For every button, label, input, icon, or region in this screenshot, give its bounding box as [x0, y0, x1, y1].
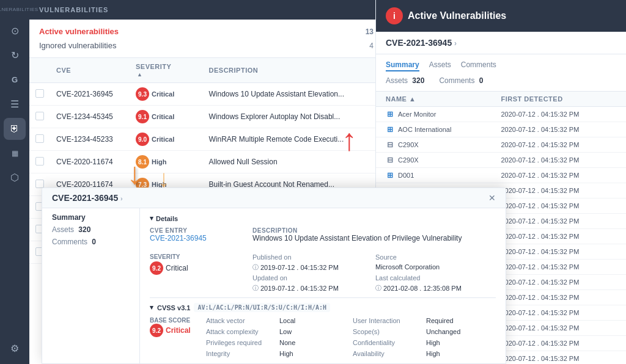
row-checkbox[interactable]	[29, 83, 50, 106]
cvss-field-value: High	[426, 350, 496, 357]
tab-summary[interactable]: Summary	[386, 60, 419, 71]
severity-section: SEVERITY 9.2 Critical	[150, 253, 248, 293]
asset-detected: 2020-07-12 . 04:15:32 PM	[501, 111, 617, 118]
cvss-section: ▾ CVSS v3.1 AV:L/AC:L/PR:N/UI:R/S:U/C:H/…	[150, 297, 496, 357]
vuln-panel-header: VULNERABILITIES	[29, 0, 383, 20]
asset-detected: 2020-07-12 . 04:15:32 PM	[501, 340, 617, 347]
updated-label: Updated on	[252, 274, 373, 282]
source-label: Source	[375, 253, 496, 261]
asset-name: ⊟ C290X	[386, 156, 501, 164]
table-row[interactable]: CVE-2021-36945 9.3 Critical Windows 10 U…	[29, 83, 383, 106]
table-row[interactable]: CVE-1234-45345 9.1 Critical Windows Expl…	[29, 106, 383, 128]
asset-detected: 2020-07-12 . 04:15:32 PM	[501, 187, 617, 194]
nav-active-vulns[interactable]: Active vulnerabilities 13	[39, 24, 374, 38]
col-header-sev2	[185, 58, 203, 83]
sidebar-item-graph[interactable]: G	[4, 69, 26, 91]
nav-ignored-vulns[interactable]: Ignored vulnerabilities 4	[39, 38, 374, 53]
row-cve: CVE-2020-11674	[50, 151, 130, 173]
list-item[interactable]: ⊞ D001 2020-07-12 . 04:15:32 PM	[376, 168, 626, 183]
col-header-check	[29, 58, 50, 83]
row-sev-extra	[185, 83, 203, 106]
vuln-nav: Active vulnerabilities 13 Ignored vulner…	[29, 20, 383, 58]
list-item[interactable]: ⊞ Acer Monitor 2020-07-12 . 04:15:32 PM	[376, 107, 626, 122]
list-item[interactable]: ⊟ C290X 2020-07-12 . 04:15:32 PM	[376, 153, 626, 168]
published-value: ⓘ 2019-07-12 . 04:15:32 PM	[252, 263, 373, 272]
detail-body: Summary Assets 320 Comments 0 ▾ Details	[42, 208, 506, 363]
row-sev-extra	[185, 128, 203, 151]
sidebar-item-refresh[interactable]: ↻	[4, 45, 26, 67]
col-header-cve: CVE	[50, 58, 130, 83]
tab-comments[interactable]: Comments	[461, 60, 496, 71]
list-item[interactable]: ⊞ AOC International 2020-07-12 . 04:15:3…	[376, 122, 626, 137]
detail-panel-header: CVE-2021-36945 › ✕	[42, 188, 506, 208]
summary-stats: Assets 320 Comments 0	[386, 76, 616, 85]
cvss-field-label: Confidentiality	[353, 339, 422, 346]
sidebar-item-box[interactable]: ⬡	[4, 167, 26, 189]
table-row[interactable]: CVE-1234-45233 9.0 Critical WinRAR Multi…	[29, 128, 383, 151]
asset-detected: 2020-07-12 . 04:15:32 PM	[501, 172, 617, 179]
detail-summary-label: Summary	[52, 213, 130, 222]
arrow-down-light: ↓	[158, 165, 170, 192]
right-panel-cve-title: CVE-2021-36945 ›	[376, 32, 626, 54]
cvss-header: ▾ CVSS v3.1 AV:L/AC:L/PR:N/UI:R/S:U/C:H/…	[150, 303, 496, 312]
cvss-field-label: Scope(s)	[353, 328, 422, 335]
summary-tabs: Summary Assets Comments	[386, 60, 616, 71]
last-calc-value: ⓘ 2021-02-08 . 12:35:08 PM	[375, 284, 496, 293]
stat-comments: Comments 0	[439, 76, 483, 85]
severity-badge: 9.2	[150, 261, 163, 275]
cvss-field-label: Attack complexity	[206, 328, 276, 335]
col-header-severity[interactable]: SEVERITY ▲	[130, 58, 185, 83]
base-score-section: BASE SCORE 9.2 Critical Attack vectorLoc…	[150, 317, 496, 357]
row-cve: CVE-1234-45233	[50, 128, 130, 151]
row-severity: 9.0 Critical	[130, 128, 185, 151]
detail-panel-cve-title: CVE-2021-36945 ›	[52, 193, 123, 203]
right-panel-header: i Active Vulnerabilities	[376, 0, 626, 32]
detail-close-button[interactable]: ✕	[488, 193, 496, 203]
asset-detected: 2020-07-12 . 04:15:32 PM	[501, 278, 617, 286]
sidebar-item-settings[interactable]: ⚙	[4, 337, 26, 359]
cvss-field-value: Unchanged	[426, 328, 496, 335]
asset-detected: 2020-07-12 . 04:15:32 PM	[501, 202, 617, 209]
row-checkbox[interactable]	[29, 151, 50, 173]
assets-table-header: NAME ▲ FIRST DETECTED	[376, 92, 626, 107]
asset-detected: 2020-07-12 . 04:15:32 PM	[501, 294, 617, 301]
sidebar-item-chart[interactable]: ▦	[4, 142, 26, 164]
row-cve: CVE-2021-36945	[50, 83, 130, 106]
row-checkbox[interactable]	[29, 106, 50, 128]
asset-detected: 2020-07-12 . 04:15:32 PM	[501, 217, 617, 225]
cvss-field-value: Local	[279, 317, 349, 324]
published-label: Published on	[252, 253, 373, 261]
cvss-field-label: Privileges required	[206, 339, 276, 346]
tab-assets[interactable]: Assets	[429, 60, 451, 71]
asset-detected: 2020-07-12 . 04:15:32 PM	[501, 233, 617, 240]
detail-comments-stat: Comments 0	[52, 238, 130, 246]
cvss-field-value: Required	[426, 317, 496, 324]
right-panel-chevron: ›	[454, 39, 457, 48]
source-value: Microsoft Corporation	[375, 263, 496, 272]
cvss-field-label: Availability	[353, 350, 422, 357]
updated-value: ⓘ 2019-07-12 . 04:15:32 PM	[252, 284, 373, 293]
sidebar-item-shield[interactable]: ⛨	[4, 118, 26, 140]
table-row[interactable]: CVE-2020-11674 8.1 High Allowed Null Ses…	[29, 151, 383, 173]
dates-section: Published on Source ⓘ 2019-07-12 . 04:15…	[252, 253, 496, 293]
row-sev-extra	[185, 151, 203, 173]
list-item[interactable]: ⊟ C290X 2020-07-12 . 04:15:32 PM	[376, 137, 626, 153]
cvss-field-value: High	[426, 339, 496, 346]
row-cve: CVE-1234-45345	[50, 106, 130, 128]
last-calc-label: Last calculated	[375, 274, 496, 282]
sidebar-item-list[interactable]: ☰	[4, 93, 26, 115]
detail-panel: CVE-2021-36945 › ✕ Summary Assets 320 Co…	[42, 187, 506, 364]
row-severity: 9.1 Critical	[130, 106, 185, 128]
description-section: Description Windows 10 Update Assistant …	[252, 227, 496, 242]
main-area: VULNERABILITIES Active vulnerabilities 1…	[29, 0, 626, 364]
asset-detected: 2020-07-12 . 04:15:32 PM	[501, 355, 617, 362]
sidebar-item-dashboard[interactable]: ⊙	[4, 20, 26, 42]
detail-main: ▾ Details CVE ENTRY CVE-2021-36945 Descr…	[140, 208, 506, 363]
row-checkbox[interactable]	[29, 128, 50, 151]
cvss-field-label: Attack vector	[206, 317, 276, 324]
row-severity: 9.3 Critical	[130, 83, 185, 106]
asset-detected: 2020-07-12 . 04:15:32 PM	[501, 248, 617, 255]
cvss-field-value: None	[279, 339, 349, 346]
cvss-field-value: Low	[279, 328, 349, 335]
right-panel-summary: Summary Assets Comments Assets 320 Comme…	[376, 54, 626, 92]
